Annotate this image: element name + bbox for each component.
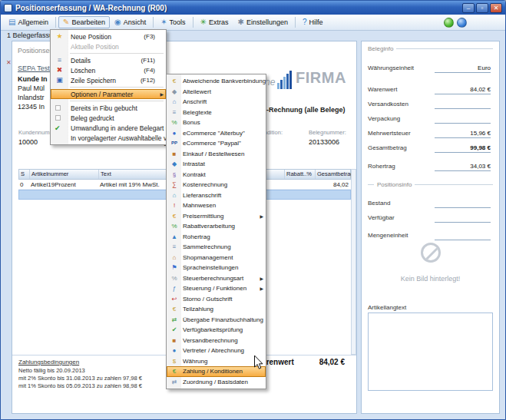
menubar: ▤Allgemein✎Bearbeiten◉Ansicht✶Tools✳Extr… [1,15,505,31]
menu-separator [70,53,164,54]
submenu-item-waehrung[interactable]: $Währung [167,356,266,367]
alteilewert-icon: ◆ [169,87,180,97]
bank-icon: € [169,76,180,86]
logo-bars-icon [277,71,293,89]
submenu-item-intrastat[interactable]: ◆Intrastat [167,159,266,170]
dunning-icon: ! [169,200,180,210]
table-cell: 0 [18,180,29,190]
app-window: Positionserfassung / WA-Rechnung (R00) –… [0,0,506,420]
delete-address-icon[interactable]: ✕ [6,59,12,66]
titlebar[interactable]: Positionserfassung / WA-Rechnung (R00) –… [1,1,505,15]
payment-terms-title: Zahlungsbedingungen [18,359,79,365]
bearbeiten-menu: ★Neue Position(F3)Aktuelle Position≡Deta… [50,29,167,145]
shipping-calc-icon: ■ [169,336,180,346]
info-value-verfuegbar [435,214,491,223]
artikellangtext-box[interactable] [368,313,493,391]
edit-pencil-icon: ✎ [63,18,69,26]
submenu-item-steuerberechnungsart[interactable]: %Steuerberechnungsart▶ [167,273,266,284]
submenu-item-alteilewert[interactable]: ◆Alteilewert [167,87,266,98]
table-scrollbar[interactable] [351,169,356,355]
menu-item-beleg-gedruckt[interactable]: Beleg gedruckt [51,113,166,123]
window-title: Positionserfassung / WA-Rechnung (R00) [15,4,458,12]
submenu-item-abweichende-bankverbindung[interactable]: €Abweichende Bankverbindung [167,76,266,87]
total-value: 84,02 € [292,358,345,366]
customer-line: Kunde In [18,74,48,84]
submenu-item-einkauf-bestellwesen[interactable]: ■Einkauf / Bestellwesen [167,149,266,160]
submenu-item-ecommerce-alterbuy[interactable]: ●eCommerce "Alterbuy" [167,128,266,139]
toolbar-separator [153,17,154,28]
submenu-item-belegtexte[interactable]: ≡Belegtexte [167,107,266,118]
menubar-item-einstellungen[interactable]: ✱Einstellungen [233,16,292,28]
blue-status-icon[interactable] [457,18,467,28]
submenu-arrow-icon: ▶ [260,213,263,219]
toolbar-separator [55,17,56,28]
maximize-button[interactable]: ▫ [476,3,488,13]
submenu-item-rohertrag[interactable]: ▲Rohertrag [167,232,266,243]
menu-item-zeile-speichern[interactable]: ▣Zeile Speichern(F12) [51,75,166,85]
no-image-text: Kein Bild hinterlegt! [368,275,493,283]
submenu-item-preisermittlung[interactable]: €Preisermittlung▶ [167,211,266,222]
tools-icon: ✶ [160,18,167,26]
menubar-item-ansicht[interactable]: ◉Ansicht [110,16,150,28]
gross-profit-icon: ▲ [169,232,180,242]
paypal-icon: PP [169,138,180,148]
view-icon: ◉ [114,18,121,26]
submenu-item-versandberechnung[interactable]: ■Versandberechnung [167,336,266,346]
checkbox-icon [55,105,61,111]
column-header-s[interactable]: S [19,170,30,179]
field-label-belegnummer: Belegnummer: [309,129,346,136]
submenu-item-storno-gutschrift[interactable]: ↩Storno / Gutschrift [167,294,266,305]
menu-item-neue-position[interactable]: ★Neue Position(F3) [51,31,166,41]
document-type-label: -Rechnung (alle Belege) [266,106,346,114]
submenu-item-bonus[interactable]: %Bonus [167,117,266,128]
customer-link[interactable]: SEPA Test - [18,64,54,72]
optionen-parameter-submenu: €Abweichende Bankverbindung◆Alteilewert⌂… [166,74,266,389]
menubar-item-tools[interactable]: ✶Tools [156,16,190,28]
field-value-kundennummer[interactable]: 10000 [18,138,38,146]
customer-line: Paul Mül [18,84,48,93]
submenu-item-verfuegbarkeitspruefung[interactable]: ✔Verfügbarkeitsprüfung [167,325,266,336]
submenu-item-vertreter-abrechnung[interactable]: ●Vertreter / Abrechnung [167,346,266,356]
submenu-item-kontrakt[interactable]: §Kontrakt [167,170,266,180]
menubar-item-allgemein[interactable]: ▤Allgemein [4,16,53,28]
toolbar-separator [295,17,296,28]
submenu-item-rabattverarbeitung[interactable]: %Rabattverarbeitung [167,221,266,232]
help-icon: ? [303,18,307,26]
submenu-item-lieferanschrift[interactable]: ⌂Lieferanschrift [167,190,266,201]
column-header[interactable] [265,170,285,179]
submenu-item-mahnwesen[interactable]: !Mahnwesen [167,200,266,211]
column-header-rabatt[interactable]: Rabatt..% [285,170,316,179]
partial-payment-icon: € [169,304,180,314]
minimize-button[interactable]: – [462,3,475,13]
delivery-address-icon: ⌂ [169,190,180,200]
close-button[interactable]: ✕ [490,3,502,13]
submenu-item-sammelrechnung[interactable]: ≡Sammelrechnung [167,242,266,253]
fibu-transfer-icon: ⇄ [169,315,180,325]
submenu-item-zuordnung-basisdaten[interactable]: ⇄Zuordnung / Basisdaten [167,377,266,388]
submenu-item-uebergabe-finanzbuchhaltung[interactable]: ⇄Übergabe Finanzbuchhaltung [167,315,266,326]
submenu-item-teilzahlung[interactable]: €Teilzahlung [167,304,266,315]
menubar-item-bearbeiten[interactable]: ✎Bearbeiten [58,16,110,28]
submenu-item-ecommerce-paypal[interactable]: PPeCommerce "Paypal" [167,138,266,149]
submenu-item-zahlung-konditionen[interactable]: €Zahlung / Konditionen [167,366,266,377]
submenu-item-kostenrechnung[interactable]: ∑Kostenrechnung [167,180,266,190]
submenu-item-anschrift[interactable]: ⌂Anschrift [167,97,266,107]
menu-item-optionen-parameter[interactable]: Optionen / Parameter▶ [51,89,166,99]
menubar-item-hilfe[interactable]: ?Hilfe [298,16,328,28]
field-value-belegnummer[interactable]: 20133006 [309,138,339,146]
info-row-mengeneinheit: Mengeneinheit [362,232,499,241]
menubar-item-extras[interactable]: ✳Extras [196,16,233,28]
menu-item-details[interactable]: ≡Details(F11) [51,55,166,65]
submenu-arrow-icon: ▶ [260,276,263,281]
menu-item-umwandlung-in-andere-belegart-moeglich[interactable]: ✔Umwandlung in andere Belegart möglich [51,123,166,133]
green-status-icon[interactable] [444,18,454,28]
menu-item-loeschen[interactable]: ✖Löschen(F4) [51,65,166,75]
submenu-item-shopmanagement[interactable]: ⌂Shopmanagement [167,253,266,263]
submenu-item-steuerung-funktionen[interactable]: ƒSteuerung / Funktionen▶ [167,283,266,294]
column-header-gesamtbetrag[interactable]: Gesamtbetrag [316,170,352,179]
submenu-item-spracheinstellungen[interactable]: ⚑Spracheinstellungen [167,263,266,273]
customer-line: 12345 In [18,102,48,111]
menu-item-in-vorgelagerter-auswahltabelle-verbergen[interactable]: In vorgelagerter Auswahltabelle verberge… [51,133,166,143]
column-header-artikelnummer[interactable]: Artikelnummer [30,170,99,179]
menu-item-bereits-in-fibu-gebucht[interactable]: Bereits in Fibu gebucht [51,103,166,113]
